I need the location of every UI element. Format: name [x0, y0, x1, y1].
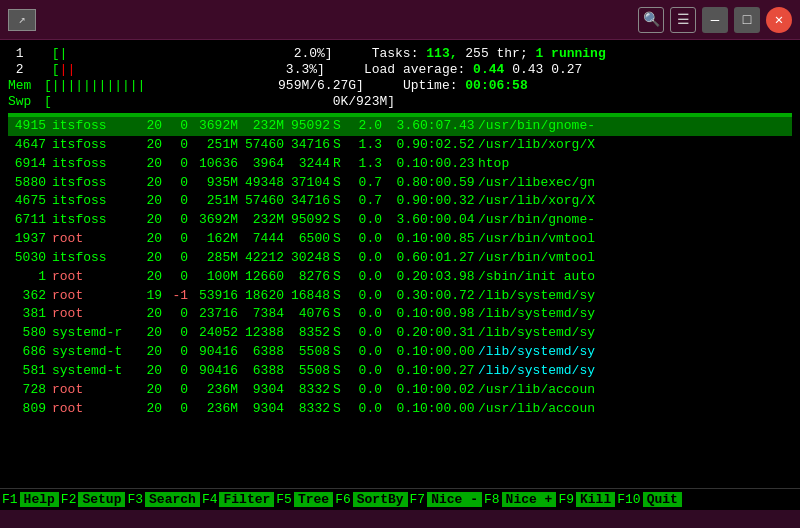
proc-s: S — [330, 230, 344, 249]
table-row[interactable]: 4915 itsfoss 20 0 3692M 232M 95092 S 2.0… — [8, 117, 792, 136]
proc-mem: 0.2 — [382, 268, 420, 287]
fn-key: F9 — [556, 492, 576, 507]
proc-pid: 581 — [8, 362, 50, 381]
proc-ni: 0 — [162, 230, 188, 249]
fn-label: Help — [20, 492, 59, 507]
table-row[interactable]: 1937 root 20 0 162M 7444 6500 S 0.0 0.1 … — [8, 230, 792, 249]
proc-res: 49348 — [238, 174, 284, 193]
statusbar-item-f2[interactable]: F2 Setup — [59, 489, 126, 510]
proc-ni: 0 — [162, 117, 188, 136]
table-row[interactable]: 5030 itsfoss 20 0 285M 42212 30248 S 0.0… — [8, 249, 792, 268]
title-bar: ↗ 🔍 ☰ — □ ✕ — [0, 0, 800, 40]
proc-ni: -1 — [162, 287, 188, 306]
cpu2-bar: [|| 3.3%] — [44, 62, 325, 77]
proc-cpu: 0.0 — [344, 381, 382, 400]
search-button[interactable]: 🔍 — [638, 7, 664, 33]
proc-cpu: 0.0 — [344, 343, 382, 362]
statusbar-item-f10[interactable]: F10 Quit — [615, 489, 682, 510]
statusbar-item-f4[interactable]: F4 Filter — [200, 489, 274, 510]
proc-time: 0:00.23 — [420, 155, 478, 174]
statusbar-item-f3[interactable]: F3 Search — [125, 489, 199, 510]
table-row[interactable]: 362 root 19 -1 53916 18620 16848 S 0.0 0… — [8, 287, 792, 306]
proc-pri: 20 — [132, 117, 162, 136]
proc-res: 9304 — [238, 400, 284, 419]
table-row[interactable]: 6914 itsfoss 20 0 10636 3964 3244 R 1.3 … — [8, 155, 792, 174]
proc-cpu: 0.0 — [344, 211, 382, 230]
proc-virt: 236M — [188, 400, 238, 419]
proc-pri: 20 — [132, 268, 162, 287]
table-row[interactable]: 1 root 20 0 100M 12660 8276 S 0.0 0.2 0:… — [8, 268, 792, 287]
cpu1-row: 1 [| 2.0%] Tasks: 113, 255 thr; 1 runnin… — [8, 46, 792, 61]
fn-key: F10 — [615, 492, 642, 507]
load3: 0.27 — [551, 62, 582, 77]
proc-res: 6388 — [238, 343, 284, 362]
status-bar: F1 Help F2 Setup F3 Search F4 Filter F5 … — [0, 488, 800, 510]
proc-time: 0:00.27 — [420, 362, 478, 381]
proc-ni: 0 — [162, 362, 188, 381]
proc-s: S — [330, 305, 344, 324]
proc-s: S — [330, 381, 344, 400]
proc-time: 0:02.52 — [420, 136, 478, 155]
proc-cpu: 0.0 — [344, 305, 382, 324]
proc-cpu: 2.0 — [344, 117, 382, 136]
proc-time: 0:00.98 — [420, 305, 478, 324]
proc-shr: 34716 — [284, 136, 330, 155]
proc-cmd: /usr/bin/gnome- — [478, 117, 792, 136]
statusbar-item-f6[interactable]: F6 SortBy — [333, 489, 407, 510]
proc-cmd: /usr/lib/xorg/X — [478, 192, 792, 211]
proc-shr: 37104 — [284, 174, 330, 193]
proc-cpu: 0.0 — [344, 324, 382, 343]
proc-cpu: 0.7 — [344, 192, 382, 211]
swp-label: Swp — [8, 94, 44, 109]
minimize-button[interactable]: — — [702, 7, 728, 33]
table-row[interactable]: 4647 itsfoss 20 0 251M 57460 34716 S 1.3… — [8, 136, 792, 155]
menu-button[interactable]: ☰ — [670, 7, 696, 33]
proc-shr: 8352 — [284, 324, 330, 343]
proc-pid: 5030 — [8, 249, 50, 268]
proc-pid: 381 — [8, 305, 50, 324]
table-row[interactable]: 686 systemd-t 20 0 90416 6388 5508 S 0.0… — [8, 343, 792, 362]
proc-cmd: /usr/lib/accoun — [478, 381, 792, 400]
proc-virt: 90416 — [188, 343, 238, 362]
proc-ni: 0 — [162, 381, 188, 400]
cpu2-row: 2 [|| 3.3%] Load average: 0.44 0.43 0.27 — [8, 62, 792, 77]
proc-mem: 0.9 — [382, 192, 420, 211]
fn-key: F3 — [125, 492, 145, 507]
table-row[interactable]: 581 systemd-t 20 0 90416 6388 5508 S 0.0… — [8, 362, 792, 381]
table-row[interactable]: 728 root 20 0 236M 9304 8332 S 0.0 0.1 0… — [8, 381, 792, 400]
table-row[interactable]: 4675 itsfoss 20 0 251M 57460 34716 S 0.7… — [8, 192, 792, 211]
proc-time: 0:00.32 — [420, 192, 478, 211]
proc-cmd: /usr/libexec/gn — [478, 174, 792, 193]
table-row[interactable]: 381 root 20 0 23716 7384 4076 S 0.0 0.1 … — [8, 305, 792, 324]
tasks-thr: 255 thr; — [465, 46, 535, 61]
proc-shr: 8332 — [284, 400, 330, 419]
proc-res: 3964 — [238, 155, 284, 174]
table-row[interactable]: 580 systemd-r 20 0 24052 12388 8352 S 0.… — [8, 324, 792, 343]
proc-cmd: /lib/systemd/sy — [478, 343, 792, 362]
proc-user: root — [50, 268, 132, 287]
proc-res: 7444 — [238, 230, 284, 249]
fn-label: Quit — [643, 492, 682, 507]
statusbar-item-f8[interactable]: F8 Nice + — [482, 489, 556, 510]
proc-cpu: 0.0 — [344, 268, 382, 287]
proc-pri: 20 — [132, 249, 162, 268]
proc-time: 0:00.02 — [420, 381, 478, 400]
statusbar-item-f9[interactable]: F9 Kill — [556, 489, 615, 510]
proc-mem: 0.1 — [382, 343, 420, 362]
statusbar-item-f7[interactable]: F7 Nice - — [408, 489, 482, 510]
proc-pri: 20 — [132, 155, 162, 174]
table-row[interactable]: 809 root 20 0 236M 9304 8332 S 0.0 0.1 0… — [8, 400, 792, 419]
proc-virt: 251M — [188, 136, 238, 155]
proc-pri: 20 — [132, 174, 162, 193]
table-row[interactable]: 5880 itsfoss 20 0 935M 49348 37104 S 0.7… — [8, 174, 792, 193]
proc-cpu: 0.0 — [344, 249, 382, 268]
proc-cpu: 0.0 — [344, 287, 382, 306]
statusbar-item-f1[interactable]: F1 Help — [0, 489, 59, 510]
maximize-button[interactable]: □ — [734, 7, 760, 33]
table-row[interactable]: 6711 itsfoss 20 0 3692M 232M 95092 S 0.0… — [8, 211, 792, 230]
proc-pri: 20 — [132, 324, 162, 343]
close-button[interactable]: ✕ — [766, 7, 792, 33]
cpu2-load-label: Load average: — [325, 62, 473, 77]
proc-ni: 0 — [162, 155, 188, 174]
statusbar-item-f5[interactable]: F5 Tree — [274, 489, 333, 510]
